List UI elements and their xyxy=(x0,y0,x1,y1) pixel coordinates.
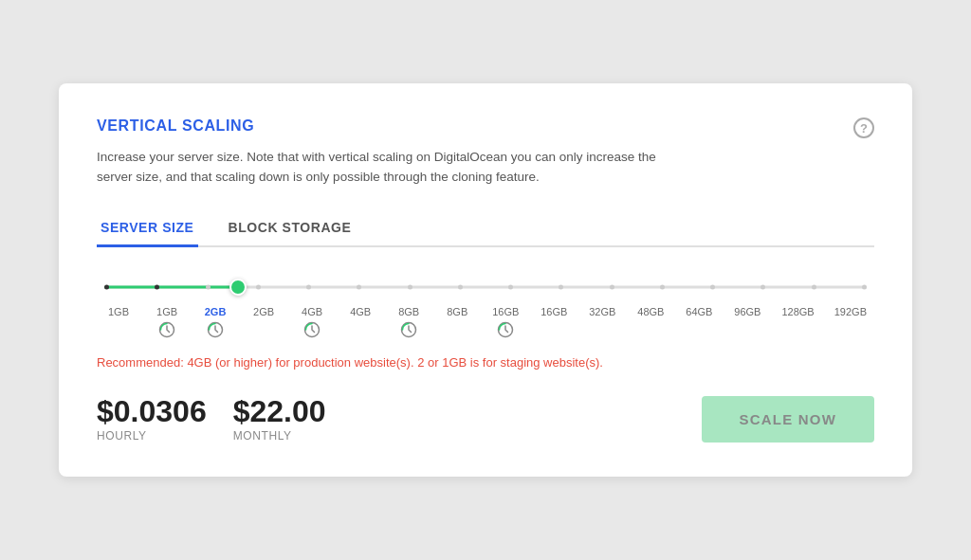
slider-label-item: 16GB xyxy=(491,306,520,338)
clock-icon xyxy=(303,321,321,338)
slider-label-text: 2GB xyxy=(205,306,227,317)
monthly-price-block: $22.00 MONTHLY xyxy=(233,396,326,443)
slider-label-text: 8GB xyxy=(447,306,467,317)
monthly-amount: $22.00 xyxy=(233,396,326,426)
slider-dot xyxy=(610,284,614,289)
slider-label-text: 16GB xyxy=(492,306,519,317)
clock-icon xyxy=(158,321,175,338)
slider-dot xyxy=(760,284,765,289)
slider-label-item: 8GB xyxy=(394,306,423,338)
vertical-scaling-card: VERTICAL SCALING ? Increase your server … xyxy=(59,83,912,477)
slider-dot xyxy=(306,284,311,289)
slider-label-text: 64GB xyxy=(686,306,712,317)
slider-dot xyxy=(155,284,159,289)
slider-dot xyxy=(256,284,261,289)
slider-label-item: 48GB xyxy=(636,306,665,338)
hourly-amount: $0.0306 xyxy=(97,396,207,426)
slider-dot xyxy=(458,284,463,289)
slider-label-text: 128GB xyxy=(781,306,814,317)
slider-label-text: 8GB xyxy=(398,306,419,317)
slider-label-item: 192GB xyxy=(834,306,867,338)
slider-dots xyxy=(104,284,867,289)
slider-dot xyxy=(862,284,867,289)
tabs-container: SERVER SIZE BLOCK STORAGE xyxy=(97,210,874,247)
slider-dot xyxy=(660,284,665,289)
slider-dot xyxy=(710,284,715,289)
slider-dot xyxy=(206,284,211,289)
slider-label-item: 96GB xyxy=(733,306,761,338)
slider-thumb[interactable] xyxy=(229,279,247,296)
prices-container: $0.0306 HOURLY $22.00 MONTHLY xyxy=(97,396,326,443)
slider-label-item: 8GB xyxy=(443,306,471,338)
tab-server-size[interactable]: SERVER SIZE xyxy=(97,210,198,247)
slider-dot xyxy=(104,284,109,289)
slider-label-item: 1GB xyxy=(104,306,133,338)
slider-label-text: 96GB xyxy=(734,306,760,317)
slider-labels-row: 1GB1GB 2GB 2GB4GB 4GB8GB 8GB16GB 16 xyxy=(104,306,867,338)
scale-now-button[interactable]: SCALE NOW xyxy=(702,396,874,443)
slider-label-text: 1GB xyxy=(108,306,129,317)
slider-label-item: 2GB xyxy=(201,306,229,338)
slider-label-text: 16GB xyxy=(540,306,567,317)
slider-label-text: 4GB xyxy=(350,306,371,317)
slider-label-text: 32GB xyxy=(589,306,615,317)
clock-icon xyxy=(497,321,514,338)
clock-icon xyxy=(207,321,224,338)
slider-label-item: 4GB xyxy=(346,306,375,338)
page-title: VERTICAL SCALING xyxy=(97,117,254,135)
slider-label-item: 128GB xyxy=(781,306,814,338)
monthly-label: MONTHLY xyxy=(233,429,326,443)
help-icon[interactable]: ? xyxy=(853,117,874,138)
clock-icon xyxy=(400,321,417,338)
slider-label-text: 4GB xyxy=(302,306,322,317)
slider-label-text: 2GB xyxy=(253,306,274,317)
slider-label-text: 48GB xyxy=(637,306,664,317)
slider-section: 1GB1GB 2GB 2GB4GB 4GB8GB 8GB16GB 16 xyxy=(97,278,874,338)
slider-dot xyxy=(408,284,412,289)
hourly-label: HOURLY xyxy=(97,429,207,443)
slider-label-item: 2GB xyxy=(249,306,278,338)
card-header: VERTICAL SCALING ? xyxy=(97,117,874,138)
slider-label-item: 1GB xyxy=(153,306,181,338)
slider-label-text: 1GB xyxy=(156,306,177,317)
hourly-price-block: $0.0306 HOURLY xyxy=(97,396,207,443)
slider-label-item: 4GB xyxy=(298,306,326,338)
slider-dot xyxy=(508,284,513,289)
slider-dot xyxy=(357,284,361,289)
pricing-row: $0.0306 HOURLY $22.00 MONTHLY SCALE NOW xyxy=(97,396,874,443)
slider-label-item: 64GB xyxy=(685,306,713,338)
recommendation-text: Recommended: 4GB (or higher) for product… xyxy=(97,355,874,370)
slider-dot xyxy=(559,284,563,289)
slider-dot xyxy=(812,284,816,289)
tab-block-storage[interactable]: BLOCK STORAGE xyxy=(225,210,356,247)
description-text: Increase your server size. Note that wit… xyxy=(97,148,666,188)
slider-label-item: 16GB xyxy=(540,306,568,338)
slider-label-item: 32GB xyxy=(588,306,616,338)
slider-track-wrapper[interactable] xyxy=(104,278,867,297)
slider-label-text: 192GB xyxy=(834,306,867,317)
